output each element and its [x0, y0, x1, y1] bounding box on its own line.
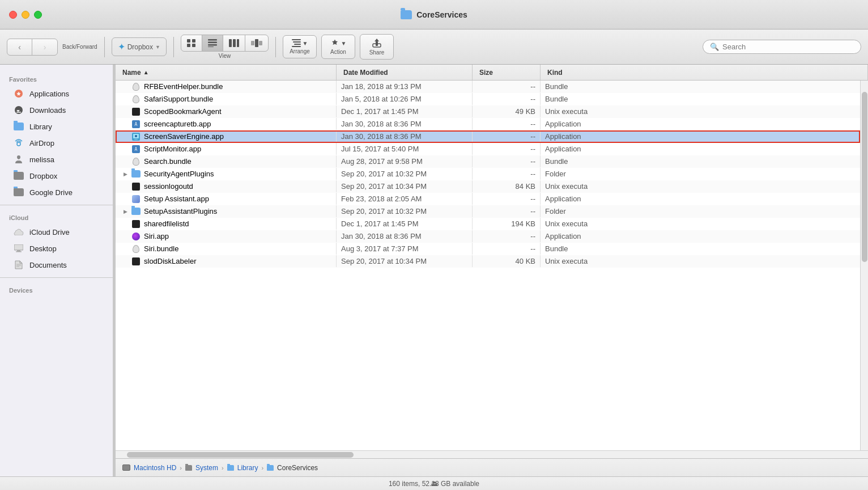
file-row[interactable]: ▶Siri.bundleAug 3, 2017 at 7:37 PM--Bund… — [116, 243, 860, 255]
size-column-header[interactable]: Size — [473, 65, 541, 80]
sidebar-item-dropbox[interactable]: Dropbox — [5, 168, 108, 184]
sidebar-item-melissa[interactable]: melissa — [5, 151, 108, 167]
sidebar-item-documents[interactable]: Documents — [5, 257, 108, 273]
documents-label: Documents — [29, 261, 67, 269]
file-kind: Application — [541, 130, 860, 142]
file-icon: A — [131, 145, 141, 154]
file-row[interactable]: ▶AScriptMonitor.appJul 15, 2017 at 5:40 … — [116, 143, 860, 155]
file-row[interactable]: ▶Ascreencapturetb.appJan 30, 2018 at 8:3… — [116, 118, 860, 130]
file-date: Dec 1, 2017 at 1:45 PM — [337, 218, 473, 230]
file-size: -- — [473, 243, 541, 255]
file-size: 40 KB — [473, 255, 541, 267]
h-scrollbar-thumb[interactable] — [127, 452, 354, 458]
svg-rect-27 — [14, 244, 23, 250]
file-row[interactable]: ▶slodDiskLabelerSep 20, 2017 at 10:34 PM… — [116, 255, 860, 268]
svg-rect-12 — [255, 39, 258, 47]
name-column-header[interactable]: Name ▲ — [116, 65, 337, 80]
file-row[interactable]: ▶sharedfilelistdDec 1, 2017 at 1:45 PM19… — [116, 218, 860, 230]
icon-view-button[interactable] — [181, 35, 202, 51]
file-row[interactable]: ▶Siri.appJan 30, 2018 at 8:36 PM--Applic… — [116, 230, 860, 243]
file-size: 49 KB — [473, 105, 541, 117]
file-row[interactable]: ▶Search.bundleAug 28, 2017 at 9:58 PM--B… — [116, 155, 860, 168]
breadcrumb-library[interactable]: Library — [237, 464, 258, 472]
sidebar-item-google-drive[interactable]: Google Drive — [5, 184, 108, 200]
expand-triangle[interactable]: ▶ — [122, 209, 128, 214]
folder-icon — [401, 10, 412, 19]
sidebar-item-desktop[interactable]: Desktop — [5, 240, 108, 256]
action-label: Action — [330, 49, 346, 55]
file-row[interactable]: ▶ScopedBookmarkAgentDec 1, 2017 at 1:45 … — [116, 105, 860, 118]
sidebar-item-downloads[interactable]: Downloads — [5, 102, 108, 118]
cover-flow-button[interactable] — [245, 35, 268, 51]
file-row[interactable]: ▶SecurityAgentPluginsSep 20, 2017 at 10:… — [116, 168, 860, 180]
file-row[interactable]: ▶SetupAssistantPluginsSep 20, 2017 at 10… — [116, 205, 860, 218]
forward-button[interactable]: › — [32, 39, 57, 55]
dropbox-toolbar-section: ✦ Dropbox ▼ — [112, 37, 167, 56]
file-date: Dec 1, 2017 at 1:45 PM — [337, 105, 473, 117]
action-button[interactable]: ▼ Action — [321, 35, 355, 59]
file-name: ScriptMonitor.app — [144, 145, 201, 153]
svg-rect-3 — [192, 44, 195, 47]
vertical-scrollbar[interactable] — [860, 81, 868, 450]
downloads-label: Downloads — [29, 106, 66, 115]
sidebar-item-icloud-drive[interactable]: iCloud Drive — [5, 224, 108, 240]
column-view-button[interactable] — [223, 35, 245, 51]
file-row[interactable]: ▶Setup Assistant.appFeb 23, 2018 at 2:05… — [116, 193, 860, 205]
file-name: RFBEventHelper.bundle — [144, 82, 223, 91]
airdrop-label: AirDrop — [29, 139, 54, 147]
file-row[interactable]: ▶RFBEventHelper.bundleJan 18, 2018 at 9:… — [116, 81, 860, 93]
svg-rect-10 — [237, 39, 239, 47]
library-breadcrumb-icon — [227, 465, 234, 471]
applications-icon — [14, 88, 24, 99]
separator-3 — [275, 37, 276, 57]
sidebar-item-library[interactable]: Library — [5, 119, 108, 134]
file-size: 84 KB — [473, 180, 541, 192]
documents-icon — [14, 260, 24, 270]
expand-triangle[interactable]: ▶ — [122, 171, 128, 177]
sidebar-item-applications[interactable]: Applications — [5, 86, 108, 102]
date-modified-column-header[interactable]: Date Modified — [337, 65, 473, 80]
breadcrumb-system[interactable]: System — [195, 464, 218, 472]
search-icon: 🔍 — [710, 43, 719, 51]
file-area: Name ▲ Date Modified Size Kind ▶RFBEvent… — [116, 65, 868, 476]
file-size: -- — [473, 143, 541, 155]
search-input[interactable] — [722, 43, 854, 51]
file-kind: Application — [541, 118, 860, 130]
file-name: Siri.bundle — [144, 244, 178, 253]
file-icon — [131, 170, 141, 179]
file-name: SecurityAgentPlugins — [144, 170, 214, 178]
sidebar-item-airdrop[interactable]: AirDrop — [5, 135, 108, 151]
hd-icon — [122, 464, 130, 471]
breadcrumb-macintosh-hd[interactable]: Macintosh HD — [134, 464, 176, 472]
file-name: ScopedBookmarkAgent — [144, 107, 222, 116]
file-icon — [131, 107, 141, 116]
file-row[interactable]: ▶SafariSupport.bundleJan 5, 2018 at 10:2… — [116, 93, 860, 105]
airdrop-icon — [14, 138, 24, 148]
file-icon — [131, 219, 141, 229]
scrollbar-thumb[interactable] — [862, 92, 867, 262]
file-list-wrapper: ▶RFBEventHelper.bundleJan 18, 2018 at 9:… — [116, 81, 868, 450]
separator-1 — [104, 37, 105, 57]
file-date: Feb 23, 2018 at 2:05 AM — [337, 193, 473, 205]
list-view-button[interactable] — [202, 35, 223, 51]
horizontal-scrollbar[interactable] — [116, 450, 868, 458]
file-row[interactable]: ▶sessionlogoutdSep 20, 2017 at 10:34 PM8… — [116, 180, 860, 193]
file-date: Jul 15, 2017 at 5:40 PM — [337, 143, 473, 155]
close-button[interactable] — [9, 11, 17, 19]
file-name: sessionlogoutd — [144, 182, 193, 191]
file-kind: Bundle — [541, 93, 860, 105]
maximize-button[interactable] — [34, 11, 42, 19]
file-icon — [131, 244, 141, 254]
back-button[interactable]: ‹ — [7, 39, 32, 55]
file-icon — [131, 232, 141, 241]
dropbox-label: Dropbox — [127, 43, 153, 51]
svg-rect-11 — [251, 41, 254, 45]
share-button[interactable]: Share — [360, 34, 394, 60]
file-row[interactable]: ▶ScreenSaverEngine.appJan 30, 2018 at 8:… — [116, 130, 860, 143]
dropbox-button[interactable]: ✦ Dropbox ▼ — [112, 37, 167, 56]
file-icon — [131, 257, 141, 266]
arrange-button[interactable]: ▼ Arrange — [283, 35, 317, 58]
kind-column-header[interactable]: Kind — [541, 65, 868, 80]
minimize-button[interactable] — [22, 11, 29, 19]
eject-icon[interactable]: ⏏ — [431, 479, 438, 488]
